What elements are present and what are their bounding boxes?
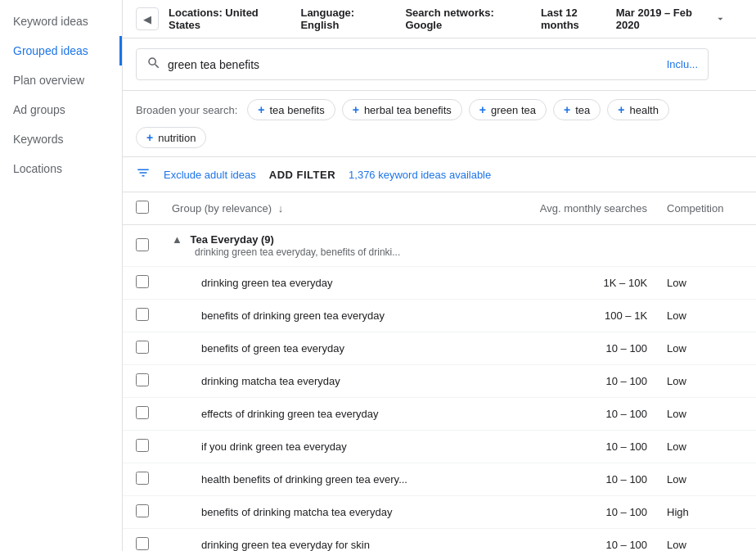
row-checkbox[interactable] bbox=[136, 472, 149, 485]
header-group[interactable]: Group (by relevance) ↓ bbox=[162, 192, 493, 225]
keyword-text: drinking matcha tea everyday bbox=[201, 375, 340, 387]
table-row: if you drink green tea everyday 10 – 100… bbox=[123, 431, 756, 463]
searches-text: 10 – 100 bbox=[605, 506, 647, 518]
keyword-cell: benefits of green tea everyday bbox=[162, 332, 493, 365]
table-row: drinking green tea everyday 1K – 10K Low bbox=[123, 267, 756, 300]
sidebar-item-plan-overview[interactable]: Plan overview bbox=[0, 65, 122, 95]
keyword-cell: benefits of drinking green tea everyday bbox=[162, 300, 493, 332]
search-networks-segment[interactable]: Search networks: Google bbox=[405, 7, 524, 31]
table-row: benefits of drinking green tea everyday … bbox=[123, 300, 756, 332]
search-networks-label: Search networks: bbox=[405, 7, 493, 19]
main-content: ◀ Locations: United States Language: Eng… bbox=[123, 0, 756, 551]
searches-text: 10 – 100 bbox=[605, 473, 647, 486]
broaden-chip-tea[interactable]: + tea bbox=[553, 99, 601, 120]
header-competition[interactable]: Competition bbox=[657, 192, 756, 225]
searches-text: 10 – 100 bbox=[605, 539, 647, 551]
competition-cell: Low bbox=[657, 267, 756, 300]
row-checkbox[interactable] bbox=[136, 406, 149, 419]
search-input[interactable] bbox=[168, 58, 667, 71]
keywords-table: Group (by relevance) ↓ Avg. monthly sear… bbox=[123, 192, 756, 551]
date-range-segment[interactable]: Last 12 months Mar 2019 – Feb 2020 bbox=[541, 7, 727, 31]
table-row: drinking matcha tea everyday 10 – 100 Lo… bbox=[123, 365, 756, 398]
language-label: Language: bbox=[300, 7, 354, 19]
plus-icon: + bbox=[618, 103, 624, 116]
broaden-chip-nutrition[interactable]: + nutrition bbox=[136, 127, 206, 148]
row-checkbox[interactable] bbox=[136, 504, 149, 517]
competition-text: Low bbox=[667, 473, 686, 486]
searches-cell: 10 – 100 bbox=[493, 496, 657, 529]
table-row: benefits of drinking matcha tea everyday… bbox=[123, 496, 756, 529]
select-all-checkbox[interactable] bbox=[136, 201, 149, 214]
competition-text: Low bbox=[667, 375, 686, 387]
language-segment[interactable]: Language: English bbox=[300, 7, 389, 31]
filter-bar: Exclude adult ideas ADD FILTER 1,376 key… bbox=[123, 157, 756, 192]
row-checkbox-cell bbox=[123, 300, 162, 332]
broaden-chip-green-tea[interactable]: + green tea bbox=[469, 99, 547, 120]
row-checkbox-cell bbox=[123, 365, 162, 398]
broaden-bar: Broaden your search: + tea benefits + he… bbox=[123, 91, 756, 157]
sidebar-item-locations[interactable]: Locations bbox=[0, 154, 122, 183]
collapse-sidebar-button[interactable]: ◀ bbox=[136, 7, 159, 30]
keyword-text: drinking green tea everyday for skin bbox=[201, 539, 370, 551]
locations-label: Locations: bbox=[169, 7, 223, 19]
add-filter-button[interactable]: ADD FILTER bbox=[269, 169, 335, 181]
competition-cell: Low bbox=[657, 398, 756, 431]
row-checkbox[interactable] bbox=[136, 537, 149, 550]
date-range-value: Mar 2019 – Feb 2020 bbox=[616, 7, 711, 31]
searches-text: 10 – 100 bbox=[605, 440, 647, 453]
competition-text: Low bbox=[667, 408, 686, 420]
row-checkbox[interactable] bbox=[136, 439, 149, 452]
collapse-icon: ◀ bbox=[143, 13, 151, 25]
broaden-chip-tea-benefits[interactable]: + tea benefits bbox=[247, 99, 335, 120]
sidebar-item-ad-groups[interactable]: Ad groups bbox=[0, 95, 122, 124]
keyword-text: if you drink green tea everyday bbox=[201, 440, 347, 453]
group-searches-cell bbox=[493, 225, 657, 267]
row-checkbox[interactable] bbox=[136, 238, 149, 251]
sidebar-item-keyword-ideas[interactable]: Keyword ideas bbox=[0, 7, 122, 36]
plus-icon: + bbox=[146, 131, 153, 144]
row-checkbox[interactable] bbox=[136, 275, 149, 288]
keyword-cell: health benefits of drinking green tea ev… bbox=[162, 463, 493, 496]
chip-label: tea bbox=[575, 104, 590, 116]
chip-label: health bbox=[629, 104, 658, 116]
group-name-cell: ▲ Tea Everyday (9) drinking green tea ev… bbox=[162, 225, 493, 267]
search-networks-value: Google bbox=[405, 19, 442, 31]
sidebar-item-keywords[interactable]: Keywords bbox=[0, 124, 122, 154]
sidebar-item-label: Locations bbox=[13, 162, 62, 175]
searches-text: 10 – 100 bbox=[605, 375, 647, 387]
row-checkbox[interactable] bbox=[136, 341, 149, 354]
sidebar-item-grouped-ideas[interactable]: Grouped ideas bbox=[0, 36, 122, 65]
competition-text: High bbox=[667, 506, 689, 518]
broaden-chip-herbal-tea-benefits[interactable]: + herbal tea benefits bbox=[342, 99, 462, 120]
competition-cell: High bbox=[657, 496, 756, 529]
keyword-text: drinking green tea everyday bbox=[201, 277, 332, 289]
row-checkbox[interactable] bbox=[136, 308, 149, 321]
searches-cell: 1K – 10K bbox=[493, 267, 657, 300]
searches-text: 100 – 1K bbox=[605, 309, 647, 322]
keyword-cell: effects of drinking green tea everyday bbox=[162, 398, 493, 431]
sidebar-item-label: Ad groups bbox=[13, 103, 65, 116]
competition-text: Low bbox=[667, 309, 686, 322]
table-row: effects of drinking green tea everyday 1… bbox=[123, 398, 756, 431]
header-avg-monthly-searches[interactable]: Avg. monthly searches bbox=[493, 192, 657, 225]
competition-text: Low bbox=[667, 342, 686, 355]
competition-text: Low bbox=[667, 539, 686, 551]
top-bar-items: Locations: United States Language: Engli… bbox=[169, 7, 743, 31]
exclude-adult-ideas-link[interactable]: Exclude adult ideas bbox=[164, 169, 256, 181]
locations-segment[interactable]: Locations: United States bbox=[169, 7, 284, 31]
keyword-text: benefits of drinking matcha tea everyday bbox=[201, 506, 392, 518]
collapse-group-icon[interactable]: ▲ bbox=[172, 233, 182, 246]
sort-icon: ↓ bbox=[278, 202, 284, 215]
keyword-cell: drinking matcha tea everyday bbox=[162, 365, 493, 398]
group-name: Tea Everyday (9) bbox=[191, 233, 274, 246]
chip-label: green tea bbox=[491, 104, 536, 116]
sidebar-item-label: Keywords bbox=[13, 133, 63, 146]
searches-cell: 10 – 100 bbox=[493, 332, 657, 365]
row-checkbox[interactable] bbox=[136, 373, 149, 386]
search-bar-container: Inclu... bbox=[123, 38, 756, 91]
plus-icon: + bbox=[353, 103, 359, 116]
broaden-chip-health[interactable]: + health bbox=[607, 99, 669, 120]
searches-text: 10 – 100 bbox=[605, 408, 647, 420]
row-checkbox-cell bbox=[123, 529, 162, 552]
header-group-label: Group (by relevance) bbox=[172, 202, 272, 215]
